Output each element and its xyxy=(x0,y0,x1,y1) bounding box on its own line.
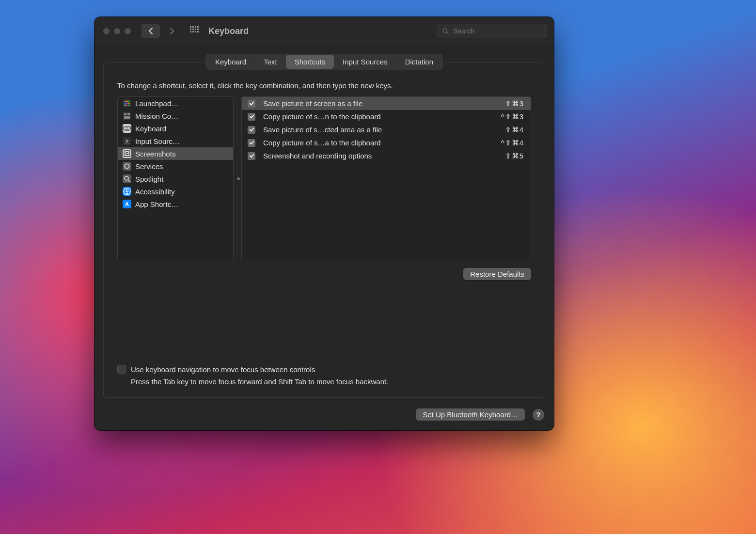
tab-dictation[interactable]: Dictation xyxy=(396,55,442,69)
launchpad-icon xyxy=(123,99,131,108)
shortcut-checkbox[interactable] xyxy=(248,152,255,160)
tab-text[interactable]: Text xyxy=(255,55,286,69)
category-label: Services xyxy=(135,162,163,171)
tab-shortcuts[interactable]: Shortcuts xyxy=(286,55,334,69)
category-mission-control[interactable]: Mission Co… xyxy=(118,110,233,122)
footer: Set Up Bluetooth Keyboard… ? xyxy=(94,408,554,430)
content-area: KeyboardTextShortcutsInput SourcesDictat… xyxy=(94,45,554,408)
shortcut-label: Save picture of s…cted area as a file xyxy=(263,126,497,134)
shortcut-checkbox[interactable] xyxy=(248,100,255,108)
shortcut-keys[interactable]: ⇧⌘3 xyxy=(505,99,524,108)
shortcut-row[interactable]: Save picture of s…cted area as a file⇧⌘4 xyxy=(242,123,531,136)
svg-rect-19 xyxy=(126,127,127,128)
shortcut-keys[interactable]: ^⇧⌘4 xyxy=(501,139,524,147)
category-label: Keyboard xyxy=(135,125,166,133)
svg-line-1 xyxy=(447,32,449,34)
svg-point-10 xyxy=(126,104,127,106)
window-controls xyxy=(103,28,131,34)
help-button[interactable]: ? xyxy=(533,409,544,421)
svg-point-6 xyxy=(124,102,126,104)
titlebar: Keyboard xyxy=(94,17,554,45)
category-label: Input Sourc… xyxy=(135,137,180,145)
category-label: Screenshots xyxy=(135,150,175,158)
category-label: App Shortc… xyxy=(135,200,178,208)
system-preferences-window: Keyboard KeyboardTextShortcutsInput Sour… xyxy=(94,17,554,430)
shortcut-keys[interactable]: ⇧⌘4 xyxy=(505,126,524,134)
category-accessibility[interactable]: Accessibility xyxy=(118,185,233,198)
category-label: Mission Co… xyxy=(135,112,178,120)
category-input-sources[interactable]: 文Input Sourc… xyxy=(118,135,233,147)
category-keyboard[interactable]: Keyboard xyxy=(118,122,233,135)
services-icon xyxy=(123,162,131,171)
back-button[interactable] xyxy=(142,24,160,38)
shortcut-keys[interactable]: ⇧⌘5 xyxy=(505,152,524,160)
tab-bar: KeyboardTextShortcutsInput SourcesDictat… xyxy=(205,54,443,70)
app-shortcuts-icon: A xyxy=(123,200,131,208)
show-all-button[interactable] xyxy=(190,26,200,36)
category-list[interactable]: Launchpad…Mission Co…Keyboard文Input Sour… xyxy=(117,96,234,261)
shortcut-list[interactable]: Save picture of screen as a file⇧⌘3Copy … xyxy=(241,96,531,261)
keyboard-navigation-hint: Press the Tab key to move focus forward … xyxy=(131,377,531,386)
accessibility-icon xyxy=(123,187,131,196)
svg-point-4 xyxy=(126,100,127,102)
search-input[interactable] xyxy=(453,27,542,35)
chevron-left-icon xyxy=(148,27,154,35)
category-services[interactable]: Services xyxy=(118,160,233,173)
svg-rect-16 xyxy=(123,124,131,133)
tab-input-sources[interactable]: Input Sources xyxy=(334,55,396,69)
shortcut-label: Copy picture of s…a to the clipboard xyxy=(263,139,493,147)
close-button[interactable] xyxy=(103,28,110,34)
keyboard-navigation-checkbox[interactable] xyxy=(117,365,126,374)
shortcut-checkbox[interactable] xyxy=(248,113,255,121)
svg-rect-22 xyxy=(125,129,129,130)
tab-keyboard[interactable]: Keyboard xyxy=(206,55,255,69)
category-label: Spotlight xyxy=(135,175,163,183)
shortcut-checkbox[interactable] xyxy=(248,139,255,147)
shortcut-keys[interactable]: ^⇧⌘3 xyxy=(501,112,524,121)
svg-rect-28 xyxy=(123,162,131,171)
search-icon xyxy=(442,28,449,35)
svg-point-3 xyxy=(124,100,126,102)
shortcut-row[interactable]: Copy picture of s…n to the clipboard^⇧⌘3 xyxy=(242,110,531,123)
shortcut-row[interactable]: Save picture of screen as a file⇧⌘3 xyxy=(242,97,531,110)
restore-defaults-button[interactable]: Restore Defaults xyxy=(463,268,531,280)
svg-rect-13 xyxy=(124,113,126,115)
svg-rect-14 xyxy=(127,113,130,115)
shortcut-row[interactable]: Copy picture of s…a to the clipboard^⇧⌘4 xyxy=(242,136,531,149)
mission-control-icon xyxy=(123,111,131,120)
category-label: Accessibility xyxy=(135,188,175,196)
screenshots-icon xyxy=(123,149,131,158)
columns: Launchpad…Mission Co…Keyboard文Input Sour… xyxy=(117,96,531,261)
category-launchpad[interactable]: Launchpad… xyxy=(118,97,233,110)
forward-button[interactable] xyxy=(163,24,181,38)
shortcut-checkbox[interactable] xyxy=(248,126,255,134)
svg-point-5 xyxy=(128,100,129,102)
svg-rect-21 xyxy=(129,127,130,128)
svg-text:文: 文 xyxy=(125,139,129,144)
input-sources-icon: 文 xyxy=(123,137,131,145)
svg-point-11 xyxy=(128,104,129,106)
category-screenshots[interactable]: Screenshots xyxy=(118,147,233,160)
minimize-button[interactable] xyxy=(114,28,120,34)
spotlight-icon xyxy=(123,174,131,183)
zoom-button[interactable] xyxy=(125,28,131,34)
navigation-buttons xyxy=(142,24,181,38)
svg-point-8 xyxy=(128,102,129,104)
bluetooth-keyboard-button[interactable]: Set Up Bluetooth Keyboard… xyxy=(416,408,525,421)
svg-point-7 xyxy=(126,102,127,104)
chevron-right-icon xyxy=(169,27,175,35)
window-title: Keyboard xyxy=(208,26,249,36)
svg-point-35 xyxy=(126,189,128,190)
category-app-shortcuts[interactable]: AApp Shortc… xyxy=(118,198,233,210)
svg-rect-12 xyxy=(123,111,131,120)
shortcut-row[interactable]: Screenshot and recording options⇧⌘5 xyxy=(242,149,531,162)
instruction-text: To change a shortcut, select it, click t… xyxy=(117,81,531,90)
shortcut-label: Screenshot and recording options xyxy=(263,152,497,160)
keyboard-navigation-section: Use keyboard navigation to move focus be… xyxy=(117,365,531,386)
svg-rect-15 xyxy=(124,116,130,119)
svg-point-9 xyxy=(124,104,126,106)
shortcut-label: Save picture of screen as a file xyxy=(263,99,497,108)
column-resize-handle[interactable] xyxy=(237,177,240,180)
svg-text:A: A xyxy=(125,201,129,207)
category-spotlight[interactable]: Spotlight xyxy=(118,173,233,185)
